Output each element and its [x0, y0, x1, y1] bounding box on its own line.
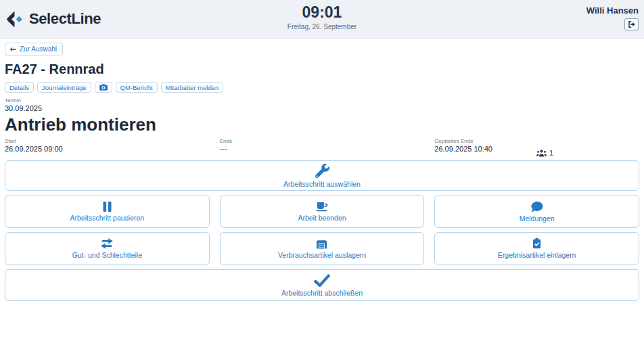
start-value: 26.09.2025 09:00	[5, 145, 210, 153]
qm-report-button[interactable]: QM-Bericht	[116, 82, 158, 93]
messages-label: Meldungen	[520, 214, 555, 223]
tile-row-2: Arbeitsschritt pausieren Arbeit beenden	[5, 195, 639, 228]
camera-icon	[99, 84, 108, 91]
complete-step-label: Arbeitsschritt abschließen	[281, 289, 363, 297]
back-button-label: Zur Auswahl	[20, 45, 57, 53]
action-tiles: Arbeitsschritt auswählen Arbeitsschritt …	[5, 160, 639, 301]
logout-icon	[628, 20, 636, 28]
warehouse-icon	[316, 239, 327, 249]
details-button[interactable]: Details	[5, 82, 34, 93]
clipboard-check-icon	[532, 238, 541, 249]
workers-indicator: 1	[536, 149, 553, 157]
report-employee-button-label: Mitarbeiter melden	[166, 84, 219, 91]
logout-button[interactable]	[624, 18, 639, 30]
journal-entries-button[interactable]: Journaleinträge	[37, 82, 91, 93]
withdraw-consumables-label: Verbrauchsartikel auslagern	[278, 251, 366, 259]
main-content: Zur Auswahl FA27 - Rennrad Details Journ…	[0, 39, 644, 301]
info-start: Start 26.09.2025 09:00	[5, 138, 210, 153]
workers-count: 1	[549, 149, 553, 157]
journal-entries-button-label: Journaleinträge	[42, 84, 87, 91]
right-left-arrows-icon	[101, 238, 113, 249]
details-button-label: Details	[9, 84, 29, 91]
qm-report-button-label: QM-Bericht	[120, 84, 153, 91]
step-title: Antrieb montieren	[5, 114, 639, 135]
store-results-button[interactable]: Ergebnisartikel einlagern	[434, 232, 639, 265]
ende-value: ---	[220, 145, 425, 153]
good-bad-parts-button[interactable]: Gut- und Schlechtteile	[5, 232, 210, 265]
complete-step-button[interactable]: Arbeitsschritt abschließen	[5, 269, 639, 301]
pause-icon	[103, 202, 112, 212]
info-ende: Ende ---	[220, 138, 425, 153]
user-name: Willi Hansen	[586, 5, 639, 16]
end-work-button[interactable]: Arbeit beenden	[220, 195, 425, 228]
wrench-icon	[315, 164, 329, 178]
order-chip-bar: Details Journaleinträge QM-Bericht Mitar…	[5, 82, 639, 93]
report-employee-button[interactable]: Mitarbeiter melden	[161, 82, 224, 93]
app-header: SelectLine 09:01 Freitag, 26. September …	[0, 0, 644, 39]
good-bad-parts-label: Gut- und Schlechtteile	[72, 251, 142, 259]
arrow-left-icon	[9, 47, 16, 52]
select-step-label: Arbeitsschritt auswählen	[283, 180, 361, 188]
withdraw-consumables-button[interactable]: Verbrauchsartikel auslagern	[220, 232, 425, 265]
termin-label: Termin	[5, 97, 639, 104]
termin-value: 30.09.2025	[5, 104, 639, 112]
back-to-selection-button[interactable]: Zur Auswahl	[5, 43, 63, 55]
mug-saucer-icon	[316, 202, 328, 212]
pause-step-button[interactable]: Arbeitsschritt pausieren	[5, 195, 210, 228]
select-step-button[interactable]: Arbeitsschritt auswählen	[5, 160, 639, 191]
selectline-logo-icon	[6, 10, 24, 28]
tile-row-3: Gut- und Schlechtteile Verbrauchsartikel…	[5, 232, 639, 265]
pause-step-label: Arbeitsschritt pausieren	[70, 214, 144, 222]
store-results-label: Ergebnisartikel einlagern	[498, 251, 576, 259]
user-area: Willi Hansen	[586, 5, 639, 31]
brand: SelectLine	[0, 10, 101, 28]
geplantes-ende-label: Geplantes Ende	[434, 138, 639, 144]
ende-label: Ende	[220, 138, 425, 144]
order-title: FA27 - Rennrad	[5, 62, 639, 77]
start-label: Start	[5, 138, 210, 144]
comment-icon	[531, 201, 543, 212]
check-icon	[314, 274, 330, 287]
brand-name: SelectLine	[29, 10, 101, 28]
end-work-label: Arbeit beenden	[298, 214, 346, 222]
users-group-icon	[536, 150, 547, 157]
camera-button[interactable]	[95, 82, 112, 93]
messages-button[interactable]: Meldungen	[434, 195, 639, 228]
